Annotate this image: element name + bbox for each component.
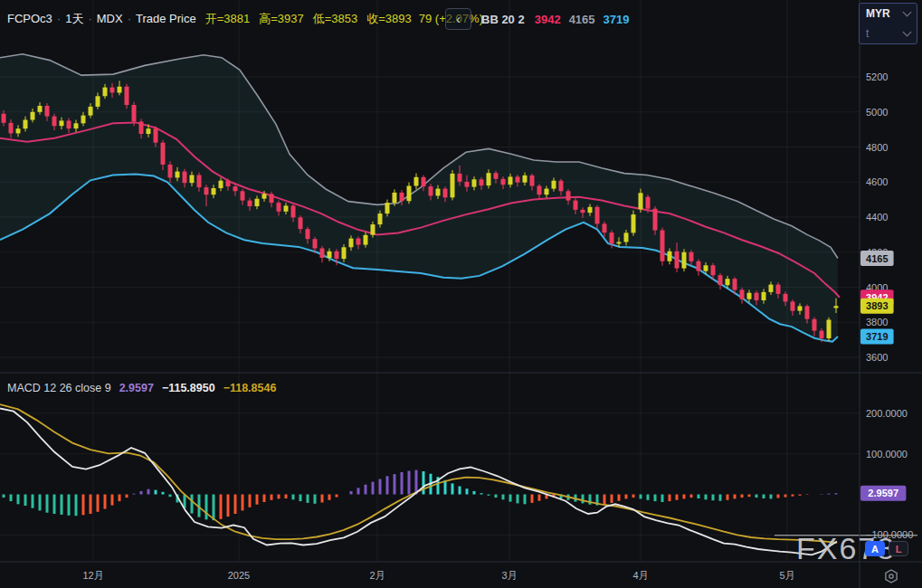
candle-body [132,105,137,121]
ohlc-low: 低=3853 [313,11,358,27]
candle-body [118,87,122,93]
candle-body [711,265,716,275]
candle-body [436,189,441,196]
exchange-label[interactable]: MDX [97,12,123,25]
candle-body [805,306,810,318]
candle-body [523,175,528,183]
candle-body [458,174,462,182]
axis-label: 4400 [866,212,888,223]
candle-body [820,331,824,339]
candle-body [212,188,216,194]
candle-body [378,213,383,224]
candle-body [110,88,115,93]
candle-body [320,249,325,259]
candle-body [451,174,455,197]
candle-body [233,186,238,191]
bb-basis-value: 3942 [535,13,561,26]
candle-body [465,182,470,187]
ohlc-open: 开=3881 [205,11,251,27]
candle-body [147,128,151,134]
candle-body [776,285,781,294]
candle-body [501,179,506,185]
candle-body [255,199,260,206]
gear-icon [882,567,900,585]
candle-body [248,201,252,206]
symbol-legend: FCPOc3 · 1天 · MDX · Trade Price 开=3881 高… [7,10,483,27]
candle-body [393,193,397,203]
chevron-down-icon [903,8,912,17]
candle-body [24,120,28,129]
symbol-name[interactable]: FCPOc3 [7,12,52,25]
candle-body [545,189,549,195]
candle-body [682,252,687,269]
candle-body [747,293,752,299]
candle-body [96,96,100,107]
unit-select[interactable]: t [860,24,917,43]
candle-body [284,205,289,211]
candle-body [2,114,6,123]
candle-body [689,252,694,261]
candle-body [624,232,629,242]
candle-body [342,247,347,259]
candle-body [60,120,64,126]
candle-body [472,179,477,186]
candle-body [31,112,35,120]
chevron-left-icon: ‹ [456,12,461,26]
candle-body [422,177,426,186]
bb-indicator-title[interactable]: BB 20 2 [481,13,525,26]
axis-label: 5000 [866,107,888,118]
candle-body [610,232,614,243]
candle-body [313,239,318,248]
candle-body [183,172,187,184]
candle-body [798,306,803,310]
currency-select[interactable]: MYR [860,4,917,24]
candle-body [219,181,223,188]
candle-body [574,201,578,210]
axis-label: 4600 [866,176,888,187]
candle-body [784,294,788,302]
candle-body [89,107,93,116]
candle-body [668,251,672,261]
candle-body [595,207,600,224]
ohlc-high: 高=3937 [259,11,304,27]
collapse-indicators-button[interactable]: ‹ [445,8,471,30]
auto-scale-button[interactable]: A [865,541,885,556]
candle-body [762,292,766,300]
series-type-label[interactable]: Trade Price [136,12,196,25]
candle-body [356,239,361,245]
macd-signal-value: −118.8546 [223,382,277,394]
candle-body [429,186,433,195]
log-scale-button[interactable]: L [889,541,908,556]
axis-label: 3719 [866,331,888,342]
candle-body [197,175,202,188]
candle-body [349,239,354,248]
bb-upper-value: 4165 [569,13,595,26]
candle-body [726,279,730,285]
candle-body [81,116,86,124]
candle-body [675,251,680,269]
candle-body [646,197,651,209]
candle-body [509,176,513,185]
interval-label[interactable]: 1天 [65,11,83,27]
chart-canvas[interactable]: 520050004800460044004200400038003600200.… [0,0,922,588]
axis-label: 3800 [866,317,888,327]
candle-body [139,121,144,134]
candle-body [704,265,708,270]
candle-body [262,194,267,198]
bb-legend: ‹ BB 20 2 3942 4165 3719 [445,8,629,30]
candle-body [697,261,701,271]
candle-body [588,207,593,213]
axis-label: 5月 [779,570,794,581]
macd-indicator-title[interactable]: MACD 12 26 close 9 [7,382,111,394]
candle-body [566,191,571,200]
candle-body [718,275,723,285]
axis-label: 200.0000 [866,408,908,419]
unit-value: t [866,27,869,40]
trading-app: { "header": { "symbol": "FCPOc3", "dot":… [0,0,922,588]
candle-body [617,242,622,244]
timezone-settings-button[interactable] [882,567,900,585]
candle-body [407,186,412,202]
candle-body [552,181,556,189]
candle-body [328,251,332,258]
candle-body [530,175,535,186]
